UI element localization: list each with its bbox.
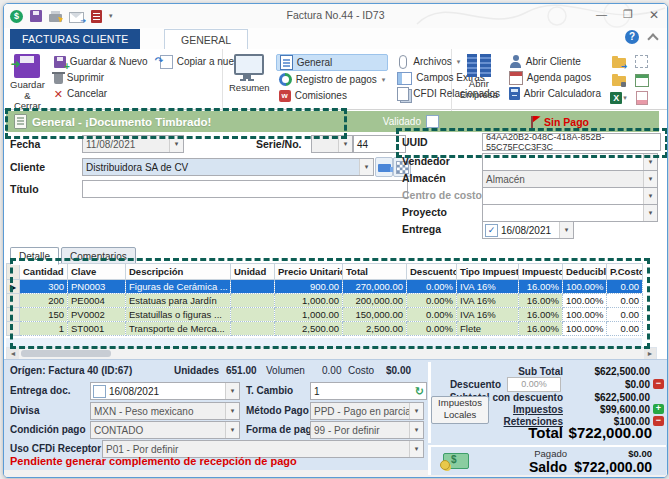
table-row[interactable]: 200PE0004 Estatuas para Jardín 1,000.002…: [7, 294, 643, 308]
export-folder-button[interactable]: [610, 54, 627, 69]
corner-header: [7, 264, 20, 280]
titulo-label: Título: [10, 183, 39, 195]
ribbon-tab-row: FACTURAS CLIENTE GENERAL: [4, 28, 667, 50]
add-impuesto-button[interactable]: +: [653, 404, 664, 414]
centro-costo-field[interactable]: ▾: [482, 187, 658, 205]
abrir-cliente-button[interactable]: Abrir Cliente: [506, 54, 604, 69]
descuento-input[interactable]: [507, 377, 561, 392]
document-icon: [14, 114, 27, 129]
centro-costo-label: Centro de costo: [402, 189, 482, 201]
minimize-icon[interactable]: —: [596, 8, 607, 22]
campos-extras-icon: [397, 72, 412, 85]
tab-general[interactable]: GENERAL: [164, 29, 248, 50]
remove-retencion-button[interactable]: −: [653, 416, 664, 426]
condicion-pago-field[interactable]: CONTADO▾: [90, 421, 240, 439]
table-row[interactable]: ▶ 300PN0003 Figuras de Cerámica ... 900.…: [7, 280, 643, 294]
document-status-title: General - ¡Documento Timbrado!: [6, 114, 211, 129]
tab-detalle[interactable]: Detalle: [10, 247, 59, 265]
titulo-field[interactable]: [82, 180, 408, 198]
report-button[interactable]: [633, 90, 650, 105]
guardar-cerrar-button[interactable]: Guardar & Cerrar: [10, 52, 45, 112]
fecha-field[interactable]: 11/08/2021▾: [82, 135, 184, 153]
impuestos-locales-button[interactable]: Impuestos Locales: [431, 396, 489, 424]
entrega-doc-checkbox[interactable]: [93, 385, 106, 398]
comisiones-icon: w: [279, 90, 291, 102]
serie-field[interactable]: ▾: [311, 135, 353, 153]
condicion-pago-label: Condición pago: [10, 424, 86, 435]
scroll-left-icon[interactable]: ◄: [7, 348, 19, 359]
subtotal-descuento-value: $622,500.00: [563, 392, 653, 403]
agenda-pagos-button[interactable]: Agenda pagos: [506, 70, 604, 85]
entrega-doc-field[interactable]: 16/08/2021▾: [90, 382, 240, 400]
descuento-value: $0.00: [561, 379, 653, 390]
calculator-icon: [509, 87, 520, 100]
col-tipo-impuesto[interactable]: Tipo Impuesto: [457, 264, 519, 280]
abrir-calculadora-button[interactable]: Abrir Calculadora: [506, 86, 604, 101]
registro-dropdown-icon[interactable]: ▾: [382, 76, 386, 84]
save-close-icon: [14, 54, 40, 78]
excel-dropdown-icon[interactable]: ▾: [623, 94, 627, 102]
saldo-label: Saldo: [477, 459, 567, 475]
divisa-field[interactable]: MXN - Peso mexicano▾: [90, 402, 240, 420]
close-icon[interactable]: ✕: [649, 8, 659, 22]
col-pcosto[interactable]: P.Costo: [607, 264, 643, 280]
tcambio-field[interactable]: 1 ↻: [310, 382, 427, 400]
selection-button[interactable]: [633, 54, 650, 69]
table-row[interactable]: 1ST0001 Transporte de Merca... 2,500.002…: [7, 322, 643, 336]
excel-export-button[interactable]: X▾: [610, 90, 627, 105]
entrega-checkbox[interactable]: ✓: [485, 224, 498, 237]
pendiente-alert: Pendiente generar complemento de recepci…: [10, 455, 297, 467]
registro-pagos-button[interactable]: Registro de pagos ▾: [276, 72, 389, 87]
col-precio[interactable]: Precio Unitario: [275, 264, 343, 280]
grid-empty-area: [6, 338, 642, 347]
proyecto-label: Proyecto: [402, 206, 447, 218]
refresh-icon[interactable]: ↻: [415, 386, 424, 397]
col-total[interactable]: Total: [343, 264, 407, 280]
general-button[interactable]: General: [276, 54, 389, 71]
collapse-ribbon-icon[interactable]: [647, 33, 658, 44]
resumen-button[interactable]: Resumen: [229, 52, 270, 112]
tab-facturas-cliente[interactable]: FACTURAS CLIENTE: [10, 29, 140, 49]
col-clave[interactable]: Clave: [68, 264, 126, 280]
col-descripcion[interactable]: Descripción: [126, 264, 231, 280]
guardar-nuevo-button[interactable]: Guardar & Nuevo: [51, 54, 151, 69]
scroll-thumb[interactable]: [21, 350, 111, 357]
schedule-icon: [635, 74, 649, 87]
numero-field[interactable]: 44: [353, 135, 406, 153]
validado-checkbox[interactable]: [426, 115, 439, 128]
table-row[interactable]: 150PV0002 Estatuillas o figuras ... 1,00…: [7, 308, 643, 322]
col-deducible[interactable]: Deducible: [563, 264, 607, 280]
uso-cfdi-label: Uso CFDi Receptor: [10, 443, 101, 454]
almacen-field[interactable]: Almacén▾: [482, 170, 658, 188]
col-descuento[interactable]: Descuento: [407, 264, 457, 280]
metodo-pago-field[interactable]: PPD - Pago en parcialidades o d▾: [310, 402, 424, 420]
scroll-right-icon[interactable]: ►: [644, 348, 656, 359]
help-icon[interactable]: ?: [625, 30, 639, 44]
col-impuesto[interactable]: Impuesto: [519, 264, 563, 280]
cliente-field[interactable]: Distribuidora SA de CV▾: [82, 158, 374, 176]
proyecto-field[interactable]: ▾: [482, 204, 658, 222]
entrega-field[interactable]: ✓ 16/08/2021▾: [482, 221, 574, 239]
suprimir-button[interactable]: Suprimir: [51, 70, 151, 85]
subtotal-label: Sub Total: [431, 366, 563, 377]
comisiones-button[interactable]: w Comisiones: [276, 88, 389, 103]
col-cantidad[interactable]: Cantidad: [20, 264, 68, 280]
shipping-button[interactable]: [375, 157, 393, 177]
cancelar-button[interactable]: ✕ Cancelar: [51, 86, 151, 101]
general-doc-icon: [280, 55, 293, 70]
cliente-label: Cliente: [10, 161, 45, 173]
metodo-pago-label: Método Pago: [246, 405, 309, 416]
maximize-icon[interactable]: ❐: [623, 8, 633, 22]
total-label: Total: [431, 424, 563, 441]
paperclip-icon: [399, 55, 407, 69]
col-unidad[interactable]: Unidad: [231, 264, 275, 280]
abrir-empresa-button[interactable]: Abrir Empresa: [458, 52, 500, 112]
person-icon: [509, 55, 522, 68]
remove-descuento-button[interactable]: −: [653, 379, 664, 389]
forma-pago-field[interactable]: 99 - Por definir▾: [310, 421, 424, 439]
schedule-button[interactable]: [633, 72, 650, 87]
costo-value: $0.00: [386, 365, 411, 376]
secure-folder-button[interactable]: [610, 72, 627, 87]
vendedor-field[interactable]: ▾: [482, 153, 658, 171]
save-new-icon: [54, 56, 66, 68]
